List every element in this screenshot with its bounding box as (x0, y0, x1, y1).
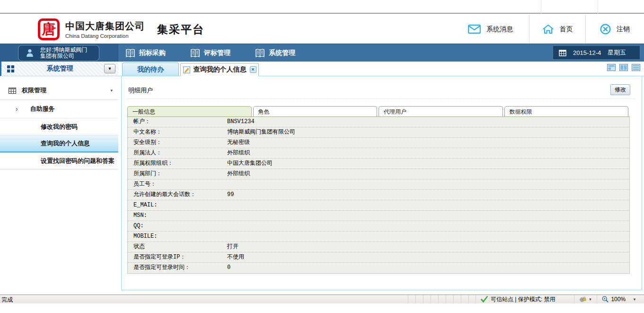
field-label: 安全级别： (128, 138, 227, 148)
home-link[interactable]: 首页 (529, 15, 585, 44)
datang-logo: 唐 (38, 18, 60, 40)
user-greeting-box[interactable]: 您好:博纳斯威阀门 集团有限公司 (18, 45, 99, 61)
sidebar-item-password-recovery[interactable]: 设置找回密码的问题和答案 (0, 152, 118, 170)
sidebar-item-change-password[interactable]: 修改我的密码 (0, 118, 118, 135)
brand-block: 唐 中国大唐集团公司 China Datang Corporation 集采平台 (38, 18, 204, 40)
form-row-max-sessions: 允许创建的最大会话数：99 (128, 190, 629, 200)
journal-icon (125, 49, 135, 58)
sidebar-header[interactable]: 系统管理 ▼ (0, 62, 118, 76)
sidebar-item-view-profile[interactable]: 查询我的个人信息 (0, 135, 118, 152)
sidebar: 权限管理 ▾ › 自助服务 修改我的密码 查询我的个人信息 设置找回密码的问题和… (0, 76, 118, 290)
page-header: 唐 中国大唐集团公司 China Datang Corporation 集采平台… (0, 15, 644, 44)
window-divider (541, 0, 541, 14)
date-value: 2015-12-4 (573, 49, 601, 56)
grid-icon (7, 65, 14, 72)
form-tab-proxy-users[interactable]: 代理用户 (379, 106, 503, 117)
tab-row: 系统管理 ▼ 我的待办 查询我的个人信息 × (0, 62, 644, 76)
security-zone-text: 可信站点 | 保护模式: 禁用 (491, 295, 555, 304)
browser-status-bar: 完成 可信站点 | 保护模式: 禁用 ▼ 100% ▼ (0, 295, 644, 304)
form-row-status: 状态打开 (128, 242, 629, 252)
nav-menu-system[interactable]: 系统管理 (255, 49, 295, 58)
field-value (227, 179, 629, 189)
content-panel: 明细用户 修改 一般信息 角色 代理用户 数据权限 帐户：BNSV1234 中文… (121, 76, 642, 290)
form-row-security-level: 安全级别：无秘密级 (128, 138, 629, 148)
company-name-en: China Datang Corporation (65, 33, 145, 39)
form-row-login-time: 是否指定可登录时间：0 (128, 263, 629, 273)
sidebar-header-label: 系统管理 (1, 64, 118, 73)
sidebar-item-label: 查询我的个人信息 (41, 139, 90, 148)
form-tab-general-info[interactable]: 一般信息 (127, 106, 252, 117)
layout-rows-icon[interactable] (632, 64, 640, 71)
main-navbar: 您好:博纳斯威阀门 集团有限公司 招标采购 评标管理 系统管理 2015-12-… (0, 44, 644, 62)
logout-icon (600, 24, 611, 35)
logo-glyph: 唐 (42, 22, 56, 36)
field-value: 99 (227, 190, 629, 200)
field-label: 所属法人： (128, 148, 227, 158)
status-cell (423, 295, 431, 304)
status-cell (468, 295, 476, 304)
field-value: 外部组织 (227, 148, 629, 158)
layout-columns-icon[interactable] (619, 64, 628, 71)
field-value: 外部组织 (227, 169, 629, 179)
zoom-dropdown[interactable]: 100% ▼ (597, 296, 642, 303)
form-row-qq: QQ: (128, 221, 629, 232)
greeting-line2: 集团有限公司 (40, 53, 87, 59)
navbar-left-block: 您好:博纳斯威阀门 集团有限公司 (0, 44, 118, 62)
form-row-account: 帐户：BNSV1234 (128, 117, 629, 127)
status-cell (438, 295, 446, 304)
field-label: 是否指定可登录IP： (128, 252, 227, 262)
status-cell (453, 295, 461, 304)
nav-menu-bidding[interactable]: 招标采购 (125, 49, 166, 58)
field-value: 打开 (227, 242, 629, 252)
zone-dropdown[interactable]: ▼ (574, 295, 597, 304)
modify-button[interactable]: 修改 (610, 84, 630, 95)
company-name-cn: 中国大唐集团公司 (65, 20, 145, 33)
sidebar-item-self-service[interactable]: › 自助服务 (0, 100, 118, 118)
app-window: 唐 中国大唐集团公司 China Datang Corporation 集采平台… (0, 0, 644, 313)
field-value (227, 221, 629, 231)
sidebar-item-label: 自助服务 (30, 105, 55, 113)
magnifier-icon (602, 296, 609, 303)
field-label: 是否指定可登录时间： (128, 263, 227, 273)
layout-mixed-icon[interactable] (607, 64, 616, 71)
sidebar-item-label: 修改我的密码 (41, 123, 78, 131)
tab-my-todo-label: 我的待办 (137, 65, 164, 74)
sidebar-collapse-button[interactable]: ▼ (104, 64, 115, 73)
globe-lock-icon (579, 296, 586, 303)
field-label: 允许创建的最大会话数： (128, 190, 227, 200)
field-label: E_MAIL: (128, 200, 227, 210)
caret-down-icon: ▼ (633, 297, 636, 302)
nav-menu-evaluation[interactable]: 评标管理 (190, 49, 230, 58)
form-row-email: E_MAIL: (128, 200, 629, 211)
form-row-permission-org: 所属权限组织：中国大唐集团公司 (128, 159, 629, 169)
field-value (227, 211, 629, 221)
system-messages-link[interactable]: 系统消息 (452, 15, 529, 44)
tab-my-todo[interactable]: 我的待办 (122, 63, 179, 76)
checkmark-icon (481, 296, 488, 303)
journal-icon (190, 49, 200, 58)
sidebar-item-label: 设置找回密码的问题和答案 (41, 157, 115, 165)
home-icon (542, 24, 554, 34)
form-tab-roles[interactable]: 角色 (253, 106, 378, 117)
header-links: 系统消息 首页 注销 (452, 15, 644, 44)
detail-form-tabs: 一般信息 角色 代理用户 数据权限 (127, 106, 630, 117)
logout-link[interactable]: 注销 (585, 15, 644, 44)
date-box: 2015-12-4 星期五 (553, 45, 640, 60)
caret-down-icon: ▼ (108, 66, 112, 71)
field-label: 员工号： (128, 179, 227, 189)
form-tab-data-permissions[interactable]: 数据权限 (504, 106, 629, 117)
caret-down-icon: ▾ (110, 88, 113, 93)
window-divider (598, 0, 598, 14)
title-separator (127, 98, 635, 99)
field-value: 博纳斯威阀门集团有限公司 (227, 127, 629, 137)
sidebar-menu: 权限管理 ▾ › 自助服务 修改我的密码 查询我的个人信息 设置找回密码的问题和… (0, 81, 118, 170)
status-right-section: 可信站点 | 保护模式: 禁用 ▼ 100% ▼ (408, 295, 642, 304)
close-icon: × (251, 66, 254, 72)
sidebar-item-permission-mgmt[interactable]: 权限管理 ▾ (0, 81, 118, 100)
tab-close-button[interactable]: × (250, 66, 256, 73)
status-cell (408, 295, 415, 304)
weekday-value: 星期五 (608, 48, 626, 57)
tab-my-profile[interactable]: 查询我的个人信息 × (180, 63, 259, 76)
brand-text: 中国大唐集团公司 China Datang Corporation (65, 20, 145, 39)
form-row-chinese-name: 中文名称：博纳斯威阀门集团有限公司 (128, 127, 629, 138)
